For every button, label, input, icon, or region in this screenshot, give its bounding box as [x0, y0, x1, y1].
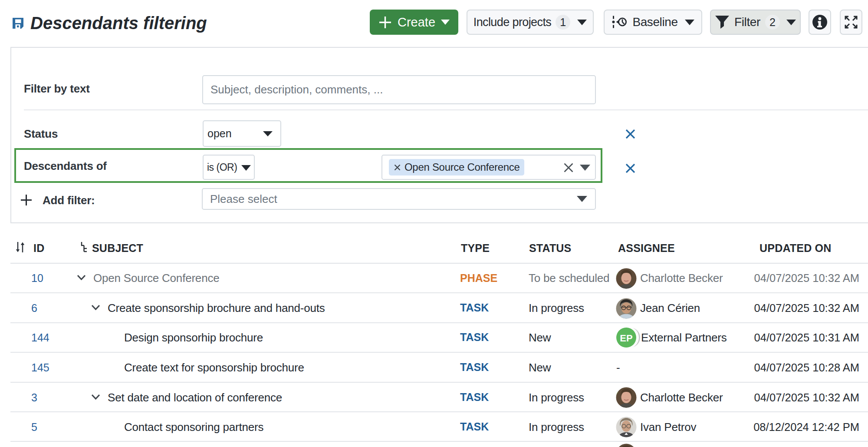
svg-text:EP: EP — [620, 333, 632, 344]
